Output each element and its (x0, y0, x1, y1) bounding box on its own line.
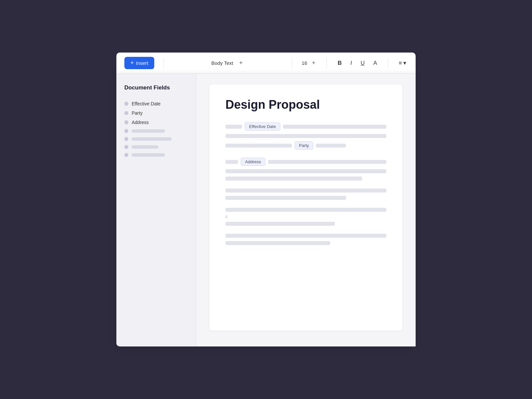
toolbar-divider-2 (292, 58, 292, 68)
field-label-address: Address (132, 120, 149, 125)
content-block-1: Effective Date Party (225, 122, 386, 150)
align-icon: ≡ (399, 60, 402, 66)
toolbar-center: Body Text + (173, 59, 283, 67)
insert-plus-icon: + (130, 60, 134, 66)
field-dot-placeholder-2 (124, 137, 128, 141)
effective-date-tag[interactable]: Effective Date (245, 122, 280, 131)
doc-line-8 (225, 234, 386, 238)
text-seg-after-address (268, 160, 386, 164)
party-tag[interactable]: Party (295, 141, 313, 150)
doc-line-1 (225, 134, 386, 138)
party-row: Party (225, 141, 386, 150)
sidebar-item-placeholder-4 (124, 151, 188, 159)
placeholder-bar-1 (132, 129, 165, 133)
toolbar-divider-4 (388, 58, 388, 68)
field-dot-placeholder-4 (124, 153, 128, 157)
sidebar-item-placeholder-1 (124, 127, 188, 135)
sidebar: Document Fields Effective Date Party Add… (116, 74, 196, 346)
effective-date-row: Effective Date (225, 122, 386, 131)
main-area: Document Fields Effective Date Party Add… (116, 74, 416, 346)
style-label: Body Text (211, 60, 233, 66)
content-block-3 (225, 189, 386, 200)
content-block-4 (225, 208, 386, 226)
sidebar-item-effective-date[interactable]: Effective Date (124, 99, 188, 108)
field-dot-party (124, 111, 128, 115)
field-dot-address (124, 120, 128, 124)
doc-line-tiny (225, 215, 227, 218)
sidebar-item-placeholder-3 (124, 143, 188, 151)
address-tag[interactable]: Address (241, 158, 265, 166)
font-size-group: 16 + (302, 59, 317, 67)
placeholder-bar-3 (132, 145, 158, 149)
font-color-button[interactable]: A (372, 59, 378, 67)
underline-button[interactable]: U (359, 59, 366, 67)
field-dot-placeholder-3 (124, 145, 128, 149)
address-row: Address (225, 158, 386, 166)
toolbar-divider-3 (327, 58, 327, 68)
sidebar-item-address[interactable]: Address (124, 118, 188, 127)
align-arrow-icon: ▾ (403, 60, 406, 66)
sidebar-title: Document Fields (124, 84, 188, 91)
doc-line-2 (225, 169, 386, 173)
bold-button[interactable]: B (336, 59, 343, 67)
insert-label: Insert (136, 60, 149, 66)
content-block-5 (225, 234, 386, 245)
field-label-effective-date: Effective Date (132, 101, 161, 106)
toolbar-divider-1 (164, 58, 164, 68)
field-dot-placeholder-1 (124, 129, 128, 133)
doc-line-5 (225, 196, 346, 200)
text-seg-after-effective-date (283, 125, 386, 129)
align-button[interactable]: ≡ ▾ (397, 59, 408, 67)
doc-line-6 (225, 208, 386, 212)
document-title: Design Proposal (225, 98, 386, 112)
text-seg-before-party (225, 144, 292, 148)
font-size-add-button[interactable]: + (310, 59, 318, 67)
text-seg-before-address (225, 160, 238, 164)
italic-button[interactable]: I (349, 59, 353, 67)
content-block-2: Address (225, 158, 386, 181)
doc-line-3 (225, 177, 362, 181)
document-card: Design Proposal Effective Date Party (209, 84, 402, 331)
toolbar: + Insert Body Text + 16 + B I U A ≡ ▾ (116, 53, 416, 74)
app-wrapper: + Insert Body Text + 16 + B I U A ≡ ▾ (116, 53, 416, 346)
text-seg-after-party (316, 144, 346, 148)
doc-line-4 (225, 189, 386, 193)
field-dot-effective-date (124, 102, 128, 106)
document-area: Design Proposal Effective Date Party (196, 74, 416, 346)
font-size-value: 16 (302, 60, 307, 66)
sidebar-item-party[interactable]: Party (124, 108, 188, 118)
format-group: B I U A (336, 59, 378, 67)
insert-button[interactable]: + Insert (124, 57, 154, 69)
style-add-button[interactable]: + (237, 59, 245, 67)
placeholder-bar-2 (132, 137, 172, 141)
doc-line-7 (225, 222, 335, 226)
text-seg-before-effective-date (225, 125, 242, 129)
field-label-party: Party (132, 110, 143, 116)
sidebar-item-placeholder-2 (124, 135, 188, 143)
doc-line-9 (225, 241, 330, 245)
placeholder-bar-4 (132, 153, 165, 157)
